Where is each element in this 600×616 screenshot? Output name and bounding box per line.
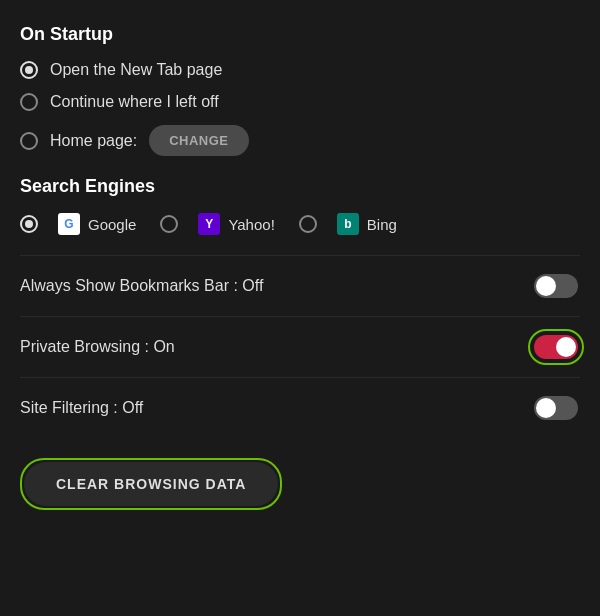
startup-label-continue: Continue where I left off <box>50 93 219 111</box>
radio-new-tab[interactable] <box>20 61 38 79</box>
startup-label-new-tab: Open the New Tab page <box>50 61 222 79</box>
yahoo-icon: Y <box>198 213 220 235</box>
yahoo-label: Yahoo! <box>228 216 274 233</box>
startup-section: On Startup Open the New Tab page Continu… <box>20 24 580 156</box>
bookmarks-bar-row: Always Show Bookmarks Bar : Off <box>20 255 580 316</box>
engine-yahoo[interactable]: Y Yahoo! <box>160 213 274 235</box>
search-engines-section: Search Engines G Google Y Yahoo! b Bing <box>20 176 580 235</box>
private-browsing-toggle-knob <box>556 337 576 357</box>
change-button[interactable]: CHANGE <box>149 125 248 156</box>
startup-option-home[interactable]: Home page: CHANGE <box>20 125 580 156</box>
startup-label-home: Home page: <box>50 132 137 150</box>
private-browsing-toggle-wrapper[interactable] <box>532 333 580 361</box>
bookmarks-bar-label: Always Show Bookmarks Bar : Off <box>20 277 532 295</box>
radio-home[interactable] <box>20 132 38 150</box>
google-label: Google <box>88 216 136 233</box>
bing-icon: b <box>337 213 359 235</box>
private-browsing-row: Private Browsing : On <box>20 316 580 377</box>
startup-option-new-tab[interactable]: Open the New Tab page <box>20 61 580 79</box>
private-browsing-toggle[interactable] <box>534 335 578 359</box>
search-engines-title: Search Engines <box>20 176 580 197</box>
site-filtering-toggle[interactable] <box>534 396 578 420</box>
radio-continue[interactable] <box>20 93 38 111</box>
bookmarks-bar-toggle-wrapper[interactable] <box>532 272 580 300</box>
bing-label: Bing <box>367 216 397 233</box>
site-filtering-label: Site Filtering : Off <box>20 399 532 417</box>
startup-option-continue[interactable]: Continue where I left off <box>20 93 580 111</box>
radio-bing[interactable] <box>299 215 317 233</box>
search-engines-row: G Google Y Yahoo! b Bing <box>20 213 580 235</box>
clear-browsing-data-wrapper[interactable]: CLEAR BROWSING DATA <box>20 458 282 510</box>
clear-browsing-data-button[interactable]: CLEAR BROWSING DATA <box>24 462 278 506</box>
radio-google[interactable] <box>20 215 38 233</box>
google-icon: G <box>58 213 80 235</box>
site-filtering-row: Site Filtering : Off <box>20 377 580 438</box>
site-filtering-toggle-wrapper[interactable] <box>532 394 580 422</box>
startup-title: On Startup <box>20 24 580 45</box>
site-filtering-toggle-knob <box>536 398 556 418</box>
bookmarks-bar-toggle-knob <box>536 276 556 296</box>
radio-yahoo[interactable] <box>160 215 178 233</box>
engine-bing[interactable]: b Bing <box>299 213 397 235</box>
bookmarks-bar-toggle[interactable] <box>534 274 578 298</box>
private-browsing-label: Private Browsing : On <box>20 338 532 356</box>
engine-google[interactable]: G Google <box>20 213 136 235</box>
